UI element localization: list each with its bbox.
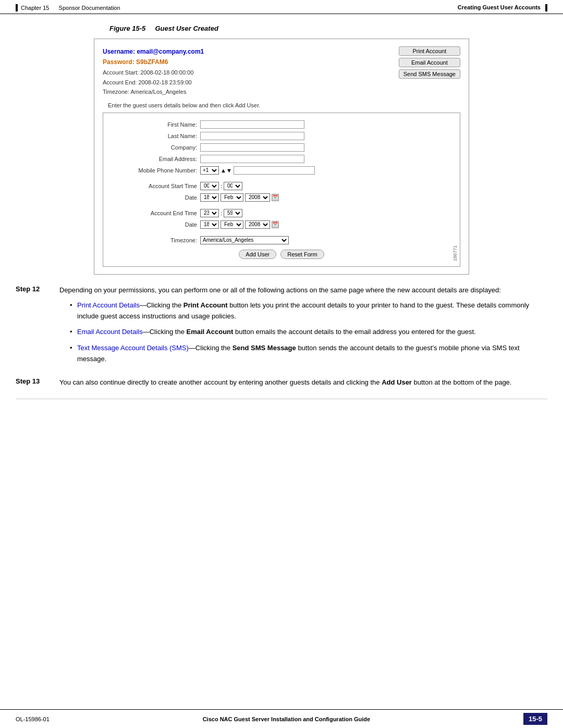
step-12-label: Step 12 bbox=[16, 285, 52, 370]
timezone-row: Timezone: America/Los_Angeles bbox=[114, 236, 449, 244]
start-date-group: 18 Feb 2008 📅 bbox=[200, 193, 279, 202]
end-min-select[interactable]: 59 bbox=[224, 209, 242, 217]
password-label: Password: bbox=[103, 58, 134, 66]
end-month-select[interactable]: Feb bbox=[221, 220, 243, 229]
main-content: Figure 15-5 Guest User Created Username:… bbox=[0, 14, 563, 440]
end-date-row: Date 18 Feb 2008 📅 bbox=[114, 220, 449, 229]
start-time-row: Account Start Time 00 : 00 bbox=[114, 182, 449, 190]
print-account-button[interactable]: Print Account bbox=[399, 46, 460, 56]
step-13-row: Step 13 You can also continue directly t… bbox=[16, 377, 547, 388]
date-label-end: Date bbox=[114, 221, 197, 228]
date-label-start: Date bbox=[114, 194, 197, 201]
first-name-input[interactable] bbox=[200, 120, 304, 129]
end-hour-select[interactable]: 23 bbox=[200, 209, 219, 217]
end-time-label: Account End Time bbox=[114, 210, 197, 216]
figure-title: Figure 15-5 Guest User Created bbox=[109, 24, 547, 32]
add-user-button[interactable]: Add User bbox=[239, 250, 276, 259]
page-footer: OL-15986-01 Cisco NAC Guest Server Insta… bbox=[0, 709, 563, 728]
email-input[interactable] bbox=[200, 155, 304, 163]
phone-number-input[interactable] bbox=[234, 166, 315, 175]
phone-group: +1 ▲▼ bbox=[200, 166, 315, 175]
bullet-rest-2: button emails the account details to the… bbox=[233, 328, 475, 336]
start-calendar-icon[interactable]: 📅 bbox=[272, 194, 279, 201]
start-time-group: 00 : 00 bbox=[200, 182, 242, 190]
footer-left: OL-15986-01 bbox=[16, 716, 50, 722]
company-label: Company: bbox=[114, 144, 197, 151]
end-time-row: Account End Time 23 : 59 bbox=[114, 209, 449, 217]
company-input[interactable] bbox=[200, 143, 304, 152]
form-buttons-row: Add User Reset Form bbox=[114, 250, 449, 259]
form-instruction: Enter the guest users details below and … bbox=[108, 102, 460, 108]
header-right: Creating Guest User Accounts bbox=[458, 4, 547, 11]
reset-form-button[interactable]: Reset Form bbox=[280, 250, 324, 259]
email-bold: Email Account bbox=[187, 328, 234, 336]
start-hour-select[interactable]: 00 bbox=[200, 182, 219, 190]
bullet-item-sms: Text Message Account Details (SMS)—Click… bbox=[70, 343, 547, 365]
header-bar-left bbox=[16, 4, 18, 11]
phone-label: Mobile Phone Number: bbox=[114, 167, 197, 174]
last-name-label: Last Name: bbox=[114, 133, 197, 139]
start-time-label: Account Start Time bbox=[114, 183, 197, 189]
phone-row: Mobile Phone Number: +1 ▲▼ bbox=[114, 166, 449, 175]
password-value: S9bZFAM6 bbox=[136, 58, 168, 66]
email-account-button[interactable]: Email Account bbox=[399, 58, 460, 67]
account-password: Password: S9bZFAM6 bbox=[103, 57, 388, 67]
phone-prefix-arrow: ▲▼ bbox=[221, 167, 232, 174]
right-section-label: Creating Guest User Accounts bbox=[458, 4, 541, 10]
bullet-item-print: Print Account Details—Clicking the Print… bbox=[70, 300, 547, 322]
time-colon-2: : bbox=[221, 210, 222, 216]
time-colon-1: : bbox=[221, 183, 222, 189]
page-number: 15-5 bbox=[523, 713, 547, 725]
step-13-bold: Add User bbox=[382, 378, 412, 386]
account-info: Username: email@company.com1 Password: S… bbox=[103, 46, 460, 97]
last-name-input[interactable] bbox=[200, 132, 304, 140]
end-calendar-icon[interactable]: 📅 bbox=[272, 221, 279, 228]
start-date-row: Date 18 Feb 2008 📅 bbox=[114, 193, 449, 202]
print-link[interactable]: Print Account Details bbox=[77, 301, 140, 309]
end-day-select[interactable]: 18 bbox=[200, 220, 219, 229]
email-link[interactable]: Email Account Details bbox=[77, 328, 143, 336]
start-year-select[interactable]: 2008 bbox=[245, 193, 270, 202]
sms-link[interactable]: Text Message Account Details (SMS) bbox=[77, 344, 189, 352]
first-name-row: First Name: bbox=[114, 120, 449, 129]
username-label: Username: bbox=[103, 48, 135, 55]
account-buttons: Print Account Email Account Send SMS Mes… bbox=[399, 46, 460, 79]
company-row: Company: bbox=[114, 143, 449, 152]
figure-number: Figure 15-5 bbox=[109, 24, 153, 32]
sms-bold: Send SMS Message bbox=[232, 344, 296, 352]
timezone-select[interactable]: America/Los_Angeles bbox=[200, 236, 289, 244]
start-min-select[interactable]: 00 bbox=[224, 182, 242, 190]
end-date-group: 18 Feb 2008 📅 bbox=[200, 220, 279, 229]
start-month-select[interactable]: Feb bbox=[221, 193, 243, 202]
first-name-label: First Name: bbox=[114, 121, 197, 128]
step-12-row: Step 12 Depending on your permissions, y… bbox=[16, 285, 547, 370]
chapter-label: Chapter 15 bbox=[21, 5, 49, 11]
phone-prefix-select[interactable]: +1 bbox=[200, 166, 219, 175]
account-start: Account Start: 2008-02-18 00:00:00 bbox=[103, 68, 388, 78]
step-13-rest: button at the bottom of the page. bbox=[412, 378, 512, 386]
email-row: Email Address: bbox=[114, 155, 449, 163]
end-year-select[interactable]: 2008 bbox=[245, 220, 270, 229]
form-box: First Name: Last Name: Company: Email Ad… bbox=[103, 113, 460, 267]
header-bar-right bbox=[545, 4, 547, 11]
separator bbox=[16, 399, 547, 399]
figure-name: Guest User Created bbox=[155, 24, 218, 32]
step-13-label: Step 13 bbox=[16, 377, 52, 388]
step-12-content: Depending on your permissions, you can p… bbox=[59, 285, 547, 370]
timezone-label: Timezone: bbox=[114, 237, 197, 243]
account-end: Account End: 2008-02-18 23:59:00 bbox=[103, 78, 388, 88]
sms-account-button[interactable]: Send SMS Message bbox=[399, 69, 460, 79]
footer-center: Cisco NAC Guest Server Installation and … bbox=[50, 716, 523, 722]
account-details: Username: email@company.com1 Password: S… bbox=[103, 46, 388, 97]
account-timezone: Timezone: America/Los_Angeles bbox=[103, 87, 388, 97]
bullet-sep-3: —Clicking the bbox=[189, 344, 232, 352]
step-13-text: You can also continue directly to create… bbox=[59, 378, 382, 386]
bullet-item-email: Email Account Details—Clicking the Email… bbox=[70, 327, 547, 338]
bullet-sep-2: —Clicking the bbox=[143, 328, 187, 336]
screenshot-box: Username: email@company.com1 Password: S… bbox=[94, 39, 469, 275]
bullet-sep-1: —Clicking the bbox=[140, 301, 183, 309]
start-day-select[interactable]: 18 bbox=[200, 193, 219, 202]
header-left: Chapter 15 Sponsor Documentation bbox=[16, 4, 120, 11]
email-label: Email Address: bbox=[114, 156, 197, 162]
section-label: Sponsor Documentation bbox=[59, 5, 120, 11]
